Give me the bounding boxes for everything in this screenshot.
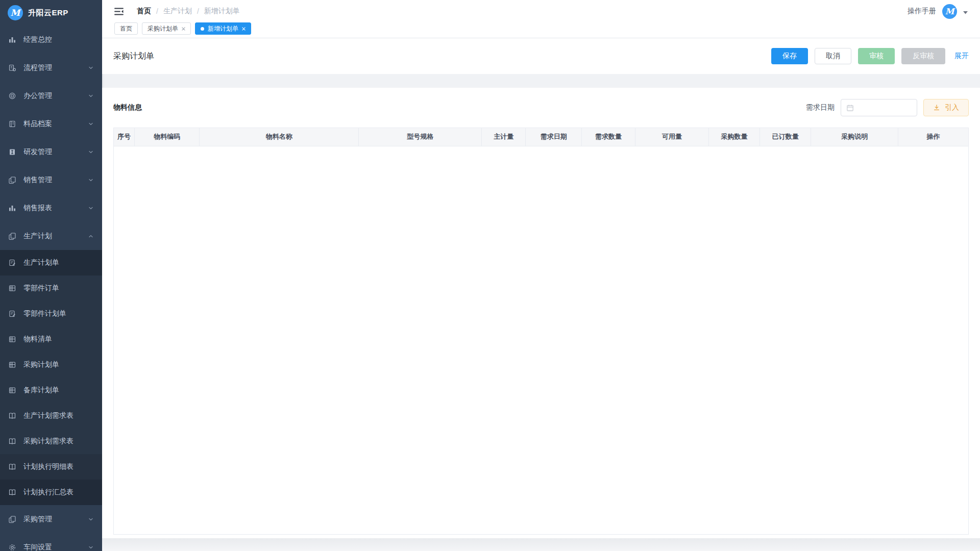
tab-purchase-plan-order[interactable]: 采购计划单 — [142, 22, 191, 35]
expand-link[interactable]: 展开 — [954, 52, 969, 61]
save-button[interactable]: 保存 — [771, 48, 808, 64]
column-header: 可用量 — [635, 128, 708, 146]
avatar[interactable]: M — [942, 4, 957, 19]
breadcrumb-new-plan: 新增计划单 — [204, 7, 240, 16]
material-info-controls: 需求日期 引入 — [806, 99, 969, 116]
chevron-down-icon — [88, 65, 94, 71]
column-header: 需求数量 — [582, 128, 635, 146]
document-edit-icon — [8, 310, 16, 318]
demand-date-input[interactable] — [841, 99, 917, 116]
sidebar-item-production-plan[interactable]: 生产计划 — [0, 222, 102, 250]
unaudit-button[interactable]: 反审核 — [901, 48, 945, 64]
column-header: 操作 — [898, 128, 968, 146]
import-button[interactable]: 引入 — [923, 99, 969, 116]
tab-home[interactable]: 首页 — [114, 22, 138, 35]
table-empty-body — [114, 146, 968, 534]
sidebar-item-material-archive[interactable]: 料品档案 — [0, 110, 102, 138]
sidebar-item-business-control[interactable]: 经营总控 — [0, 26, 102, 54]
sidebar-item-purchase-mgmt[interactable]: 采购管理 — [0, 505, 102, 533]
chevron-down-icon — [88, 93, 94, 99]
manual-link[interactable]: 操作手册 — [908, 7, 936, 16]
chevron-down-icon — [88, 177, 94, 183]
sidebar-item-material-list[interactable]: 物料清单 — [0, 327, 102, 352]
grid-table-icon — [8, 361, 16, 369]
download-icon — [933, 104, 940, 111]
production-plan-submenu: 生产计划单 零部件订单 零部件计划单 物料清单 采购计划单 备库计划单 — [0, 250, 102, 505]
chevron-down-icon — [88, 149, 94, 155]
breadcrumb-home[interactable]: 首页 — [137, 7, 151, 16]
sidebar-item-production-plan-order[interactable]: 生产计划单 — [0, 250, 102, 276]
page-header: 采购计划单 保存 取消 审核 反审核 展开 — [102, 38, 980, 74]
bar-chart-icon — [8, 204, 16, 212]
open-book-icon — [8, 488, 16, 496]
breadcrumb-row: 首页 生产计划 新增计划单 操作手册 M — [102, 0, 980, 22]
tab-label: 首页 — [120, 24, 132, 33]
column-header: 需求日期 — [526, 128, 582, 146]
sidebar-item-parts-plan-order[interactable]: 零部件计划单 — [0, 301, 102, 327]
app-root: M 升阳云ERP 经营总控 流程管理 办公管理 料品档案 研发管理 — [0, 0, 980, 551]
topbar-right: 操作手册 M — [908, 4, 968, 19]
sidebar-item-purchase-plan-demand[interactable]: 采购计划需求表 — [0, 429, 102, 454]
breadcrumb-separator — [156, 7, 158, 15]
breadcrumb-separator — [197, 7, 199, 15]
workflow-icon — [8, 64, 16, 72]
grid-table-icon — [8, 284, 16, 292]
logo-letter: M — [11, 8, 20, 18]
breadcrumb-production-plan[interactable]: 生产计划 — [163, 7, 192, 16]
sidebar-item-plan-exec-summary[interactable]: 计划执行汇总表 — [0, 480, 102, 505]
app-logo-icon: M — [8, 5, 23, 20]
material-info-header: 物料信息 需求日期 引入 — [113, 88, 969, 128]
app-logo[interactable]: M 升阳云ERP — [0, 0, 102, 26]
column-header: 型号规格 — [359, 128, 482, 146]
tab-label: 采购计划单 — [148, 24, 178, 33]
close-icon[interactable] — [242, 27, 246, 31]
demand-date-label: 需求日期 — [806, 103, 835, 112]
bottom-strip — [102, 538, 980, 551]
column-header: 物料编码 — [135, 128, 200, 146]
document-edit-icon — [8, 259, 16, 267]
sidebar-item-parts-order[interactable]: 零部件订单 — [0, 276, 102, 301]
tab-bar: 首页 采购计划单 新增计划单 — [102, 22, 980, 38]
sidebar-item-sales-report[interactable]: 销售报表 — [0, 194, 102, 222]
chevron-down-icon — [88, 516, 94, 522]
page-actions: 保存 取消 审核 反审核 展开 — [771, 48, 969, 64]
office-icon — [8, 92, 16, 100]
tab-new-plan-order[interactable]: 新增计划单 — [195, 22, 251, 35]
sidebar-item-office-mgmt[interactable]: 办公管理 — [0, 82, 102, 110]
column-header: 序号 — [114, 128, 135, 146]
sidebar-item-production-plan-demand[interactable]: 生产计划需求表 — [0, 403, 102, 429]
open-book-icon — [8, 463, 16, 471]
grid-table-icon — [8, 335, 16, 343]
sidebar-collapse-icon[interactable] — [114, 8, 124, 15]
calendar-icon — [846, 104, 854, 112]
main-content: 首页 生产计划 新增计划单 操作手册 M 首页 采购计划单 — [102, 0, 980, 551]
column-header: 已订数量 — [760, 128, 811, 146]
topbar: 首页 生产计划 新增计划单 操作手册 M 首页 采购计划单 — [102, 0, 980, 38]
sidebar: M 升阳云ERP 经营总控 流程管理 办公管理 料品档案 研发管理 — [0, 0, 102, 551]
bar-chart-icon — [8, 36, 16, 44]
close-icon[interactable] — [182, 27, 185, 31]
breadcrumb: 首页 生产计划 新增计划单 — [137, 7, 240, 16]
column-header: 采购说明 — [811, 128, 898, 146]
section-title: 物料信息 — [113, 103, 142, 112]
ledger-icon — [8, 120, 16, 128]
sidebar-item-purchase-plan-order[interactable]: 采购计划单 — [0, 352, 102, 378]
sidebar-item-stock-plan-order[interactable]: 备库计划单 — [0, 378, 102, 403]
audit-button[interactable]: 审核 — [858, 48, 895, 64]
column-header: 物料名称 — [200, 128, 359, 146]
sidebar-item-workshop-settings[interactable]: 车间设置 — [0, 533, 102, 551]
chevron-down-icon — [88, 121, 94, 127]
column-header: 采购数量 — [709, 128, 760, 146]
cancel-button[interactable]: 取消 — [815, 48, 851, 64]
open-book-icon — [8, 437, 16, 445]
demand-date-field[interactable] — [857, 104, 912, 112]
sidebar-item-rd-mgmt[interactable]: 研发管理 — [0, 138, 102, 166]
sidebar-item-sales-mgmt[interactable]: 销售管理 — [0, 166, 102, 194]
rd-icon — [8, 148, 16, 156]
copy-icon — [8, 232, 16, 240]
sidebar-item-process-mgmt[interactable]: 流程管理 — [0, 54, 102, 82]
sidebar-item-plan-exec-detail[interactable]: 计划执行明细表 — [0, 454, 102, 480]
table-header-row: 序号 物料编码 物料名称 型号规格 主计量 需求日期 需求数量 可用量 采购数量… — [114, 128, 968, 146]
chevron-down-icon[interactable] — [963, 11, 968, 14]
material-info-panel: 物料信息 需求日期 引入 — [102, 88, 980, 538]
